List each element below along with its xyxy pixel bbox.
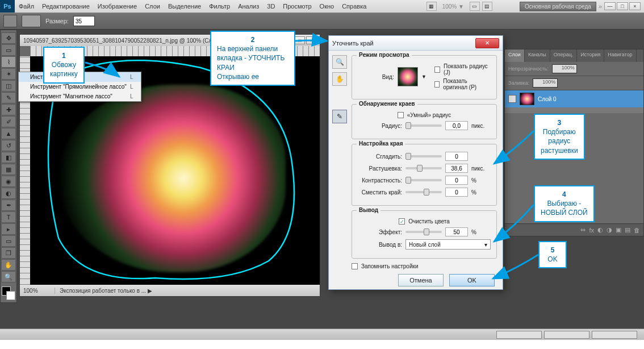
smart-radius-checkbox[interactable] bbox=[398, 112, 404, 118]
remember-label: Запомнить настройки bbox=[361, 263, 418, 269]
healing-tool[interactable]: ✚ bbox=[1, 104, 16, 115]
decontaminate-checkbox[interactable]: ✓ bbox=[399, 218, 405, 225]
tab-layers[interactable]: Слои bbox=[505, 49, 525, 62]
shape-tool[interactable]: ▭ bbox=[1, 235, 16, 247]
zoom-tool[interactable]: 🔍 bbox=[1, 271, 16, 282]
tab-navigator[interactable]: Навигатор bbox=[604, 49, 636, 62]
visibility-icon[interactable] bbox=[508, 95, 516, 103]
fx-icon[interactable]: fx bbox=[589, 227, 594, 234]
output-to-select[interactable]: Новый слой▾ bbox=[405, 239, 491, 250]
tab-channels[interactable]: Каналы bbox=[525, 49, 550, 62]
dialog-title: Уточнить край bbox=[332, 40, 374, 47]
hand-tool[interactable]: ✋ bbox=[1, 259, 16, 271]
background-color[interactable] bbox=[6, 291, 15, 300]
menu-image[interactable]: Изображение bbox=[94, 3, 141, 10]
move-tool[interactable]: ✥ bbox=[1, 32, 16, 44]
adjustment-icon[interactable]: ◑ bbox=[607, 226, 612, 234]
refine-brush-icon[interactable]: ✎ bbox=[332, 110, 347, 123]
adjust-edge-group: Настройка края Сгладить: Растушевка: пик… bbox=[352, 144, 497, 206]
crop-tool[interactable]: ◫ bbox=[1, 80, 16, 92]
3d-tool[interactable]: ❒ bbox=[1, 247, 16, 259]
color-swatches[interactable] bbox=[2, 286, 15, 300]
arrange-icon[interactable]: ▦ bbox=[426, 2, 437, 11]
fill-value[interactable]: 100% bbox=[533, 78, 558, 88]
brush-size-input[interactable] bbox=[73, 16, 95, 26]
blur-tool[interactable]: ◉ bbox=[1, 176, 16, 187]
doc-close[interactable]: × bbox=[306, 36, 316, 44]
status-tray-2[interactable] bbox=[544, 331, 589, 339]
tab-history[interactable]: История bbox=[577, 49, 604, 62]
extras-icon[interactable]: ▤ bbox=[482, 2, 492, 11]
type-tool[interactable]: T bbox=[1, 211, 16, 223]
view-thumbnail[interactable] bbox=[398, 67, 418, 86]
status-tray-3[interactable] bbox=[592, 331, 637, 339]
ok-button[interactable]: OK bbox=[449, 274, 495, 286]
smooth-slider[interactable] bbox=[405, 155, 442, 157]
trash-icon[interactable]: 🗑 bbox=[634, 227, 640, 234]
link-icon[interactable]: ⇔ bbox=[580, 226, 586, 234]
show-original-checkbox[interactable] bbox=[434, 81, 440, 88]
minimize-button[interactable]: — bbox=[604, 2, 616, 10]
menu-layers[interactable]: Слои bbox=[141, 3, 164, 10]
tool-preset-picker[interactable] bbox=[3, 15, 17, 27]
more-panels[interactable]: » bbox=[599, 3, 602, 10]
menu-filter[interactable]: Фильтр bbox=[205, 3, 234, 10]
output-to-label: Вывод в: bbox=[358, 242, 402, 248]
dialog-close-button[interactable]: ✕ bbox=[475, 38, 499, 48]
edge-detection-group: Обнаружение краев «Умный» радиус Радиус:… bbox=[352, 104, 497, 139]
close-window-button[interactable]: × bbox=[629, 2, 641, 10]
menu-3d[interactable]: 3D bbox=[263, 3, 279, 10]
contrast-slider[interactable] bbox=[405, 179, 442, 181]
workspace-switcher[interactable]: Основная рабочая среда bbox=[520, 2, 596, 11]
path-select-tool[interactable]: ▸ bbox=[1, 223, 16, 235]
smooth-input[interactable] bbox=[445, 152, 468, 161]
brush-preview[interactable] bbox=[22, 15, 41, 27]
cancel-button[interactable]: Отмена bbox=[398, 274, 444, 286]
menu-help[interactable]: Справка bbox=[338, 3, 370, 10]
gradient-tool[interactable]: ▦ bbox=[1, 164, 16, 175]
brush-tool[interactable]: ✐ bbox=[1, 116, 16, 127]
shift-input[interactable] bbox=[445, 188, 468, 197]
feather-input[interactable] bbox=[445, 164, 468, 173]
feather-slider[interactable] bbox=[405, 167, 442, 169]
shift-slider[interactable] bbox=[405, 191, 442, 193]
opacity-value[interactable]: 100% bbox=[552, 64, 577, 73]
lasso-tool[interactable]: ⌇ bbox=[1, 56, 16, 68]
doc-zoom-level[interactable]: 100% bbox=[20, 288, 55, 294]
status-tray-1[interactable] bbox=[496, 331, 542, 339]
contrast-input[interactable] bbox=[445, 176, 468, 185]
new-layer-icon[interactable]: ▤ bbox=[625, 226, 630, 234]
eyedropper-tool[interactable]: ✎ bbox=[1, 92, 16, 103]
pen-tool[interactable]: ✒ bbox=[1, 200, 16, 211]
magnetic-lasso-item[interactable]: Инструмент "Магнитное лассо"L bbox=[19, 92, 141, 101]
zoom-tool-icon[interactable]: 🔍 bbox=[332, 55, 347, 69]
zoom-dropdown[interactable]: 100% ▼ bbox=[439, 3, 467, 10]
menu-analysis[interactable]: Анализ bbox=[234, 3, 263, 10]
menu-select[interactable]: Выделение bbox=[164, 3, 205, 10]
menu-edit[interactable]: Редактирование bbox=[38, 3, 94, 10]
remember-checkbox[interactable] bbox=[352, 263, 358, 269]
quick-select-tool[interactable]: ✶ bbox=[1, 68, 16, 80]
amount-slider[interactable] bbox=[405, 231, 442, 233]
eraser-tool[interactable]: ◧ bbox=[1, 152, 16, 163]
menu-view[interactable]: Просмотр bbox=[279, 3, 315, 10]
layer-row-0[interactable]: Слой 0 bbox=[505, 90, 643, 107]
marquee-tool[interactable]: ▭ bbox=[1, 44, 16, 56]
dialog-titlebar[interactable]: Уточнить край ✕ bbox=[329, 36, 503, 51]
dodge-tool[interactable]: ◐ bbox=[1, 188, 16, 199]
stamp-tool[interactable]: ▲ bbox=[1, 128, 16, 139]
history-brush-tool[interactable]: ↺ bbox=[1, 140, 16, 151]
radius-slider[interactable] bbox=[405, 124, 442, 127]
doc-maximize[interactable]: □ bbox=[295, 36, 305, 44]
show-radius-checkbox[interactable] bbox=[434, 67, 440, 73]
hand-tool-icon[interactable]: ✋ bbox=[332, 72, 347, 86]
tab-actions[interactable]: Операц. bbox=[550, 49, 578, 62]
mask-icon[interactable]: ◐ bbox=[597, 226, 603, 234]
amount-input[interactable] bbox=[445, 227, 468, 236]
menu-window[interactable]: Окно bbox=[316, 3, 338, 10]
group-icon[interactable]: ▣ bbox=[616, 226, 621, 234]
radius-input[interactable] bbox=[445, 121, 468, 130]
screen-mode-icon[interactable]: ▭ bbox=[470, 2, 480, 11]
maximize-button[interactable]: □ bbox=[617, 2, 628, 10]
menu-file[interactable]: Файл bbox=[15, 3, 38, 10]
